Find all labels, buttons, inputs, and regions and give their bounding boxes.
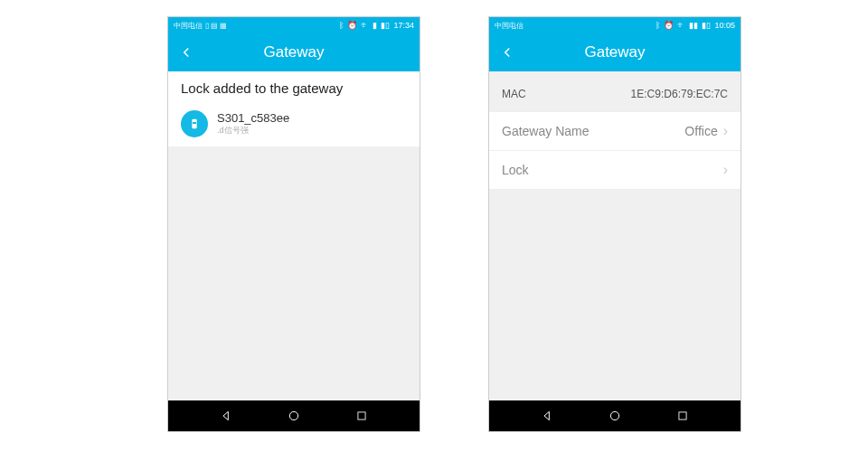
nav-bar <box>168 400 420 431</box>
lock-device-icon <box>181 110 208 137</box>
mac-label: MAC <box>502 88 526 100</box>
carrier-label: 中国电信 <box>495 21 524 31</box>
wifi-icon: ᯤ <box>361 21 369 30</box>
bluetooth-icon: ᛒ <box>656 21 660 30</box>
page-title: Gateway <box>263 43 324 61</box>
status-bar: 中国电信 ᛒ ⏰ ᯤ ▮▮ ▮▯ 10:05 <box>489 17 741 33</box>
nav-recent-button[interactable] <box>674 407 692 425</box>
mac-value: 1E:C9:D6:79:EC:7C <box>631 88 728 100</box>
battery-icon: ▮▯ <box>702 21 711 30</box>
content-area: MAC 1E:C9:D6:79:EC:7C Gateway Name Offic… <box>489 71 741 400</box>
mac-row: MAC 1E:C9:D6:79:EC:7C <box>489 77 741 112</box>
nav-home-button[interactable] <box>285 407 303 425</box>
gateway-name-value: Office <box>684 124 717 138</box>
page-title: Gateway <box>584 43 645 61</box>
phone-left: 中国电信 ▯ ▤ ▦ ᛒ ⏰ ᯤ ▮ ▮▯ 17:34 Gateway Lock… <box>167 16 420 432</box>
svg-rect-1 <box>193 122 196 124</box>
svg-rect-3 <box>357 412 364 419</box>
bluetooth-icon: ᛒ <box>339 21 344 30</box>
header: Gateway <box>489 33 741 71</box>
back-button[interactable] <box>175 42 197 63</box>
alarm-icon: ⏰ <box>664 21 674 30</box>
header: Gateway <box>168 33 420 71</box>
battery-icon: ▮▯ <box>381 21 390 30</box>
lock-row-label: Lock <box>502 163 529 177</box>
nav-home-button[interactable] <box>606 407 624 425</box>
clock-time: 17:34 <box>393 21 414 30</box>
content-area: Lock added to the gateway S301_c583ee .d… <box>168 71 420 400</box>
nav-recent-button[interactable] <box>353 407 371 425</box>
gateway-name-label: Gateway Name <box>502 124 589 138</box>
lock-list-item[interactable]: S301_c583ee .d信号强 <box>168 105 420 146</box>
signal-icon: ▮▮ <box>689 21 698 30</box>
alarm-icon: ⏰ <box>347 21 357 30</box>
lock-name: S301_c583ee <box>217 111 289 125</box>
section-title: Lock added to the gateway <box>168 71 420 105</box>
wifi-icon: ᯤ <box>677 21 685 30</box>
phone-right: 中国电信 ᛒ ⏰ ᯤ ▮▮ ▮▯ 10:05 Gateway MAC 1E:C9… <box>488 16 741 432</box>
lock-signal-label: .d信号强 <box>217 125 289 137</box>
chevron-right-icon: › <box>723 162 728 178</box>
svg-point-2 <box>289 411 297 419</box>
nav-back-button[interactable] <box>539 407 557 425</box>
lock-row[interactable]: Lock › <box>489 151 741 190</box>
notification-icons: ▯ ▤ ▦ <box>205 22 227 30</box>
gateway-name-row[interactable]: Gateway Name Office › <box>489 112 741 151</box>
svg-point-4 <box>610 411 618 419</box>
back-button[interactable] <box>496 42 518 63</box>
clock-time: 10:05 <box>714 21 735 30</box>
signal-icon: ▮ <box>373 21 377 30</box>
chevron-right-icon: › <box>723 123 728 139</box>
svg-rect-5 <box>678 412 685 419</box>
nav-back-button[interactable] <box>218 407 236 425</box>
carrier-label: 中国电信 <box>174 21 203 31</box>
status-bar: 中国电信 ▯ ▤ ▦ ᛒ ⏰ ᯤ ▮ ▮▯ 17:34 <box>168 17 420 33</box>
nav-bar <box>489 400 741 431</box>
